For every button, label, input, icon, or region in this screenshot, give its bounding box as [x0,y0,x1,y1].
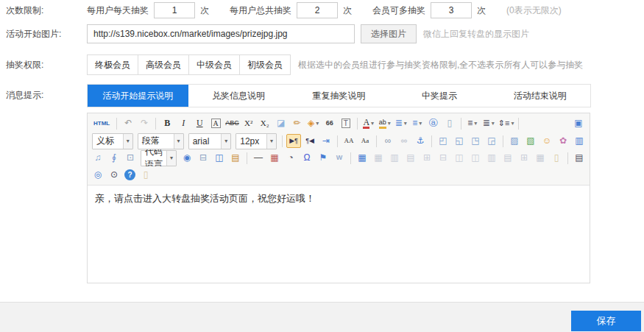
font-family-select[interactable]: arial▾ [188,133,232,149]
permission-row: 抽奖权限: 终极会员高级会员中级会员初级会员 根据选中的会员组进行参与抽奖资格限… [0,54,644,75]
toolbar-separator [376,135,377,147]
delete-row-icon[interactable]: ⊞ [517,151,531,165]
redo-icon[interactable]: ↷ [137,116,152,130]
help-icon[interactable]: ? [124,169,135,180]
limit-count-input[interactable] [431,2,472,18]
indent-icon[interactable]: ⇥ [319,134,333,148]
highlight-color-icon[interactable]: ab▾ [378,116,392,130]
anchor-link-icon[interactable]: ⓐ [426,116,441,130]
table-properties-icon[interactable]: ▥ [387,151,402,165]
split-cells-icon[interactable]: ▤ [500,151,515,165]
subscript-icon[interactable]: X₂ [258,116,272,130]
undo-icon[interactable]: ↶ [121,116,135,130]
media-icon[interactable]: ▥ [572,134,587,148]
limit-label: 每用户每天抽奖 [87,4,149,17]
source-code-button[interactable]: HTML [91,116,113,130]
find-replace-icon[interactable]: ⊙ [107,168,121,182]
strikethrough-icon[interactable]: ABC [224,116,240,130]
member-group-button[interactable]: 初级会员 [239,54,291,75]
image-float-left-icon[interactable]: ◰ [436,134,450,148]
image-float-right-icon[interactable]: ◳ [468,134,483,148]
merge-cells-icon[interactable]: ▥ [484,151,499,165]
music-icon[interactable]: ♫ [91,151,105,165]
line-height-icon[interactable]: ⇕≡▾ [498,116,515,130]
ltr-direction-icon[interactable]: ▶¶ [286,134,301,148]
heading-select[interactable]: 自定义标题▾ [92,133,133,149]
align-icon[interactable]: ≡▾ [465,116,480,130]
lowercase-icon[interactable]: Aa [358,134,372,148]
char-border-icon[interactable]: A [208,116,223,130]
italic-icon[interactable]: I [176,116,191,130]
paste-as-text-icon[interactable]: T [339,116,353,130]
upload-image-icon[interactable]: ▧ [523,134,538,148]
limit-count-input[interactable] [297,2,338,18]
columns-icon[interactable]: ◫ [212,151,227,165]
bold-icon[interactable]: B [160,116,174,130]
ordered-list-icon[interactable]: ≣▾ [394,116,408,130]
save-button[interactable]: 保存 [571,311,641,331]
member-group-button[interactable]: 中级会员 [188,54,240,75]
limit-fields: 每用户每天抽奖次每用户总共抽奖次会员可多抽奖次 [87,2,506,18]
calendar-icon[interactable]: ▦ [267,151,282,165]
link-icon[interactable]: ∞ [381,134,395,148]
insert-col-left-icon[interactable]: ◫ [452,151,467,165]
member-group-button[interactable]: 高级会员 [138,54,189,75]
remove-format-icon[interactable]: ◪ [274,116,289,130]
underline-icon[interactable]: U [192,116,207,130]
delete-table-icon[interactable]: ▦ [371,151,386,165]
limit-count-input[interactable] [154,2,195,18]
uppercase-icon[interactable]: AA [342,134,356,148]
code-block-icon[interactable]: ◉ [180,151,194,165]
clear-doc-icon[interactable]: ▯ [549,151,564,165]
page-break-icon[interactable]: ⊟ [196,151,210,165]
code-language-select[interactable]: 代码语言▾ [141,150,177,166]
quick-format-icon[interactable]: ◈▾ [306,116,321,130]
image-block-icon[interactable]: ◲ [484,134,499,148]
fullscreen-icon[interactable]: ▣ [571,116,586,130]
paragraph-select[interactable]: 段落▾ [138,133,184,149]
insert-table-icon[interactable]: ▦ [355,151,369,165]
editor-content-area[interactable]: 亲，请点击进入大转盘抽奖活动页面，祝您好运哦！ [88,186,590,283]
blockquote-icon[interactable]: 66 [322,116,337,130]
chevron-down-icon: ▾ [174,134,183,149]
insert-row-below-icon[interactable]: ⊟ [436,151,450,165]
tab-redeem-info[interactable]: 兑奖信息说明 [188,85,289,107]
font-size-select[interactable]: 12px▾ [236,133,277,149]
clock-icon[interactable]: ◔ [283,151,298,165]
cell-properties-icon[interactable]: ▤ [403,151,418,165]
image-url-input[interactable] [87,24,355,43]
anchor-icon[interactable]: ⚓ [413,134,428,148]
delete-col-icon[interactable]: ▦ [533,151,548,165]
insert-image-icon[interactable]: ▨ [507,134,522,148]
tab-activity-end[interactable]: 活动结束说明 [489,85,590,107]
superscript-icon[interactable]: X² [241,116,256,130]
unordered-list-icon[interactable]: ≡▾ [410,116,425,130]
unlink-icon[interactable]: ∞ [397,134,411,148]
insert-file-icon[interactable]: ⊡ [123,151,138,165]
image-inline-icon[interactable]: ◱ [452,134,467,148]
valign-icon[interactable]: ≣▾ [481,116,496,130]
tab-repeat-draw[interactable]: 重复抽奖说明 [289,85,389,107]
mobile-preview-icon[interactable]: ▤ [228,151,243,165]
emoticons-icon[interactable]: ☺ [539,134,554,148]
special-char-icon[interactable]: Ω [300,151,314,165]
map-icon[interactable]: ⚑ [316,151,330,165]
new-page-icon[interactable]: ▯ [442,116,457,130]
insert-col-right-icon[interactable]: ◫ [468,151,483,165]
attachment-icon[interactable]: ∮ [107,151,121,165]
paste-icon[interactable]: ▯ [138,168,153,182]
print-icon[interactable]: ▤ [572,151,587,165]
preview-icon[interactable]: ◎ [91,168,105,182]
tab-activity-start-tip[interactable]: 活动开始提示说明 [88,85,188,107]
member-group-button[interactable]: 终极会员 [87,54,138,75]
rtl-direction-icon[interactable]: ¶◀ [302,134,317,148]
toolbar-separator [461,118,461,130]
horizontal-rule-icon[interactable]: — [251,151,266,165]
font-color-icon[interactable]: A▾ [361,116,376,130]
format-brush-icon[interactable]: ✏ [290,116,305,130]
tab-win-tip[interactable]: 中奖提示 [389,85,490,107]
paint-icon[interactable]: ✿ [556,134,570,148]
choose-image-button[interactable]: 选择图片 [361,24,417,43]
word-import-icon[interactable]: W [332,151,347,165]
insert-row-above-icon[interactable]: ⊞ [420,151,434,165]
